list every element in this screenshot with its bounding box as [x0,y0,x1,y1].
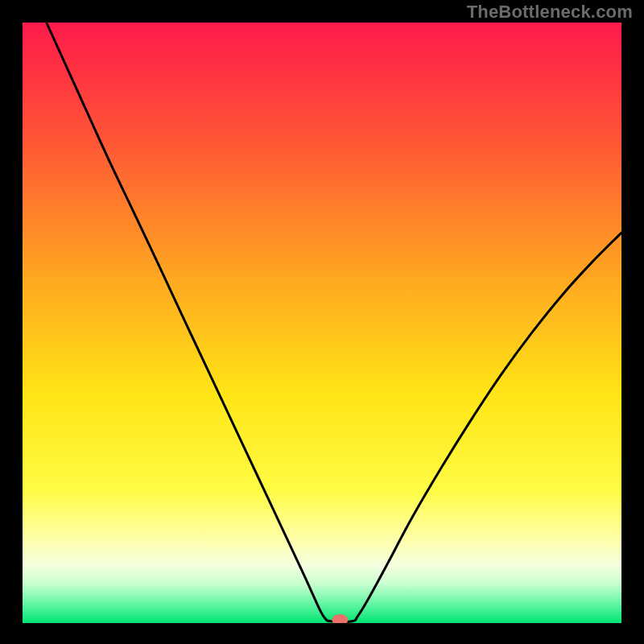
chart-frame: { "watermark": "TheBottleneck.com", "cha… [0,0,644,644]
frame-border [621,0,644,644]
plot-background [23,23,621,623]
frame-border [0,0,23,644]
watermark-text: TheBottleneck.com [467,2,633,23]
bottleneck-chart [0,0,644,644]
frame-border [0,623,644,644]
